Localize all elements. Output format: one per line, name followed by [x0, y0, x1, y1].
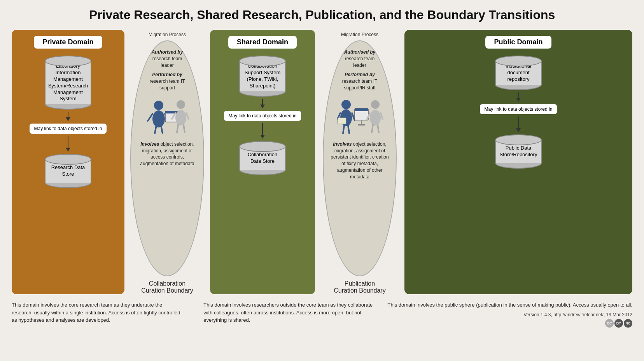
css-to-link-arrow	[260, 99, 265, 108]
public-link-box: May link to data objects stored in	[480, 104, 557, 114]
collab-performed: Performed byresearch team ITsupport	[150, 72, 185, 91]
pub-figure	[334, 98, 385, 138]
svg-rect-20	[338, 118, 346, 124]
svg-line-12	[155, 126, 156, 133]
page-title: Private Research, Shared Research, Publi…	[12, 8, 632, 22]
css-cylinder: Collaboration Support System (Plone, TWi…	[239, 56, 286, 97]
svg-line-10	[177, 125, 178, 133]
cds-cylinder-top	[239, 141, 286, 152]
collab-figure	[144, 98, 191, 138]
rds-cylinder: Research Data Store	[45, 154, 91, 188]
svg-line-2	[148, 114, 152, 121]
svg-line-30	[378, 125, 379, 133]
cc-badge: CC BY NC	[605, 319, 632, 328]
lims-cylinder: Laboratory Information Management System…	[45, 56, 91, 110]
svg-point-26	[370, 110, 381, 126]
svg-line-18	[343, 126, 344, 133]
lims-to-link-arrow	[66, 112, 70, 121]
svg-line-28	[381, 113, 383, 119]
lims-cylinder-body: Laboratory Information Management System…	[45, 61, 91, 104]
private-footer-text: This domain involves the core research t…	[12, 301, 196, 328]
svg-rect-22	[355, 108, 368, 111]
cds-cylinder: Collaboration Data Store	[239, 141, 286, 175]
shared-domain: Shared Domain Collaboration Support Syst…	[210, 30, 315, 294]
nc-icon: NC	[624, 319, 632, 328]
public-link-to-pds-arrow	[516, 117, 521, 132]
collaboration-oval: Authorised byresearch teamleader Perform…	[130, 40, 204, 276]
public-footer-section: This domain involves the public sphere (…	[388, 301, 632, 328]
public-domain: Public Domain Institutional document rep…	[404, 30, 632, 294]
diagram-area: Private Domain Laboratory Information Ma…	[12, 30, 632, 294]
css-cylinder-top	[239, 56, 286, 66]
pub-bottom-label: PublicationCuration Boundary	[334, 280, 385, 294]
svg-point-25	[371, 100, 380, 109]
idr-cylinder-top	[495, 56, 542, 66]
svg-line-13	[161, 126, 163, 133]
svg-line-19	[348, 126, 349, 133]
collab-authorised: Authorised byresearch teamleader	[152, 49, 183, 68]
version-text: Version 1.4.3, http://andrew.treloar.net…	[523, 312, 632, 317]
footer: This domain involves the core research t…	[12, 301, 632, 328]
collab-migration-label: Migration Process	[149, 32, 186, 37]
collab-involves: Involves object selection, migration, as…	[137, 141, 198, 167]
by-icon: BY	[614, 319, 623, 328]
cc-icon: CC	[605, 319, 614, 328]
svg-rect-24	[358, 124, 365, 126]
public-footer-text: This domain involves the public sphere (…	[388, 301, 632, 309]
svg-line-11	[184, 125, 185, 133]
svg-point-1	[152, 110, 165, 127]
collaboration-boundary: Migration Process Authorised byresearch …	[124, 30, 210, 294]
idr-cylinder: Institutional document repository	[495, 56, 542, 90]
publication-boundary: Migration Process Authorised byresearch …	[315, 30, 404, 294]
private-domain: Private Domain Laboratory Information Ma…	[12, 30, 124, 294]
pub-migration-label: Migration Process	[341, 32, 378, 37]
cc-icons: CC BY NC	[605, 319, 632, 328]
collab-bottom-label: CollaborationCuration Boundary	[141, 280, 193, 294]
shared-link-box: May link to data objects stored in	[224, 111, 301, 121]
public-domain-label: Public Domain	[485, 36, 551, 49]
shared-domain-label: Shared Domain	[228, 36, 297, 49]
private-domain-label: Private Domain	[34, 36, 102, 49]
svg-point-7	[175, 110, 186, 126]
svg-line-9	[186, 113, 189, 119]
pub-involves: Involves object selection, migration, as…	[329, 141, 390, 180]
svg-point-0	[154, 101, 163, 110]
private-link-box: May link to data objects stored in	[30, 124, 107, 134]
publication-oval: Authorised byresearch teamleader Perform…	[323, 40, 397, 276]
pds-cylinder-top	[495, 134, 542, 145]
lims-cylinder-top	[45, 56, 91, 66]
svg-line-17	[352, 113, 355, 120]
link-to-rds-arrow	[66, 136, 70, 152]
shared-footer-text: This domain involves researchers outside…	[196, 301, 387, 328]
idr-to-link-arrow	[516, 92, 521, 102]
pds-cylinder: Public Data Store/Repository	[495, 134, 542, 169]
pub-performed: Performed byresearch team ITsupport/IR s…	[342, 72, 378, 91]
shared-link-to-cds-arrow	[260, 123, 265, 139]
svg-point-6	[177, 100, 185, 109]
svg-point-14	[341, 100, 351, 109]
pub-authorised: Authorised byresearch teamleader	[344, 49, 376, 68]
svg-line-29	[372, 125, 373, 133]
